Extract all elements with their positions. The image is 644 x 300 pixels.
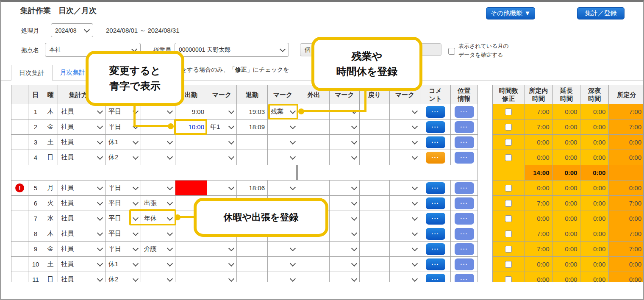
start-time-input[interactable] <box>175 242 207 257</box>
end-time-input[interactable] <box>237 150 268 165</box>
end-mark-select[interactable] <box>268 141 298 144</box>
geo-info-button[interactable]: ... <box>455 197 474 209</box>
day-mark-select[interactable]: 介護 <box>141 245 175 253</box>
day-mark-select[interactable]: 出張 <box>141 199 175 207</box>
day-mark-select[interactable] <box>141 278 175 281</box>
geo-info-button[interactable]: ... <box>455 228 474 240</box>
other-functions-button[interactable]: その他機能 ▼ <box>486 7 535 19</box>
confirm-month-checkbox[interactable] <box>448 48 455 55</box>
workday-type-select[interactable]: 平日 <box>105 245 141 253</box>
out-mark-select[interactable] <box>330 278 359 281</box>
geo-info-button[interactable]: ... <box>455 106 474 118</box>
day-mark-select[interactable] <box>141 156 175 159</box>
day-mark-select[interactable] <box>141 187 175 189</box>
return-time-input[interactable] <box>360 181 390 196</box>
comment-button[interactable]: ... <box>426 106 445 118</box>
end-mark-select[interactable] <box>268 187 298 189</box>
employee-select[interactable]: 00000001 天野太郎 <box>175 43 289 57</box>
hours-fix-checkbox[interactable] <box>505 231 512 237</box>
geo-info-button[interactable]: ... <box>455 136 474 148</box>
geo-info-button[interactable]: ... <box>455 243 474 255</box>
end-time-input[interactable]: 18:09 <box>237 119 268 135</box>
out-time-input[interactable] <box>298 135 330 150</box>
end-mark-select[interactable] <box>268 263 298 266</box>
hours-fix-checkbox[interactable] <box>505 246 512 253</box>
workday-type-select[interactable]: 休1 <box>105 260 141 268</box>
return-mark-select[interactable] <box>390 263 420 266</box>
return-mark-select[interactable] <box>390 141 420 144</box>
summary-method-select[interactable]: 社員 <box>58 245 105 253</box>
comment-button[interactable]: ... <box>426 228 445 240</box>
day-mark-select[interactable] <box>141 263 175 266</box>
geo-info-button[interactable]: ... <box>455 182 474 194</box>
return-mark-select[interactable] <box>390 187 420 189</box>
end-mark-select[interactable] <box>268 278 298 281</box>
summary-method-select[interactable]: 社員 <box>58 138 105 146</box>
summary-method-select[interactable]: 社員 <box>58 199 105 207</box>
geo-info-button[interactable]: ... <box>455 274 474 283</box>
start-time-input[interactable] <box>175 135 207 150</box>
hours-fix-checkbox[interactable] <box>505 154 512 161</box>
return-time-input[interactable] <box>360 257 390 272</box>
geo-info-button[interactable]: ... <box>455 213 474 225</box>
start-mark-select[interactable]: 年1 <box>207 123 236 131</box>
summary-method-select[interactable]: 社員 <box>58 214 105 222</box>
comment-button[interactable]: ... <box>426 182 445 194</box>
start-mark-select[interactable] <box>207 156 236 159</box>
summary-method-select[interactable]: 社員 <box>58 108 105 116</box>
start-time-input[interactable] <box>175 181 207 196</box>
geo-info-button[interactable]: ... <box>455 121 474 133</box>
comment-button[interactable]: ... <box>426 243 445 255</box>
end-mark-select[interactable] <box>268 248 298 250</box>
start-mark-select[interactable] <box>207 187 236 189</box>
out-mark-select[interactable] <box>330 156 359 159</box>
return-time-input[interactable] <box>360 211 390 226</box>
end-mark-select[interactable] <box>268 156 298 159</box>
out-time-input[interactable] <box>298 181 330 196</box>
return-mark-select[interactable] <box>390 202 420 205</box>
end-time-input[interactable]: 18:06 <box>237 181 268 196</box>
out-time-input[interactable] <box>298 242 330 257</box>
start-time-input[interactable] <box>175 150 207 165</box>
hours-fix-checkbox[interactable] <box>505 124 512 131</box>
out-mark-select[interactable] <box>330 217 359 220</box>
start-mark-select[interactable] <box>207 111 236 113</box>
return-mark-select[interactable] <box>390 156 420 159</box>
aggregate-register-button[interactable]: 集計／登録 <box>577 7 625 19</box>
workday-type-select[interactable]: 休1 <box>105 138 141 146</box>
start-mark-select[interactable] <box>207 248 236 250</box>
end-time-input[interactable] <box>237 257 268 272</box>
out-mark-select[interactable] <box>330 233 359 235</box>
comment-button[interactable]: ... <box>426 213 445 225</box>
workday-type-select[interactable]: 平日 <box>105 199 141 207</box>
comment-button[interactable]: ... <box>426 197 445 209</box>
return-time-input[interactable] <box>360 242 390 257</box>
return-time-input[interactable] <box>360 135 390 150</box>
out-time-input[interactable] <box>298 257 330 272</box>
geo-info-button[interactable]: ... <box>455 258 474 270</box>
summary-method-select[interactable]: 社員 <box>58 230 105 238</box>
hours-fix-checkbox[interactable] <box>505 185 512 192</box>
tab-daily-summary[interactable]: 日次集計 <box>11 65 53 81</box>
start-time-input[interactable] <box>175 272 207 283</box>
comment-button[interactable]: ... <box>426 274 445 283</box>
comment-button[interactable]: ... <box>426 152 445 164</box>
return-mark-select[interactable] <box>390 233 420 235</box>
hours-fix-checkbox[interactable] <box>505 108 512 115</box>
return-mark-select[interactable] <box>390 248 420 250</box>
hours-fix-checkbox[interactable] <box>505 139 512 146</box>
comment-button[interactable]: ... <box>426 136 445 148</box>
end-mark-select[interactable] <box>268 126 298 128</box>
end-time-input[interactable] <box>237 242 268 257</box>
day-mark-select[interactable] <box>141 141 175 144</box>
hours-fix-checkbox[interactable] <box>505 200 512 207</box>
summary-method-select[interactable]: 社員 <box>58 275 105 282</box>
hours-fix-checkbox[interactable] <box>505 276 512 283</box>
start-mark-select[interactable] <box>207 278 236 281</box>
out-mark-select[interactable] <box>330 263 359 266</box>
workday-type-select[interactable]: 休2 <box>105 275 141 282</box>
start-mark-select[interactable] <box>207 263 236 266</box>
end-time-input[interactable] <box>237 272 268 283</box>
summary-method-select[interactable]: 社員 <box>58 184 105 192</box>
start-time-input[interactable]: 9:00 <box>175 104 207 119</box>
